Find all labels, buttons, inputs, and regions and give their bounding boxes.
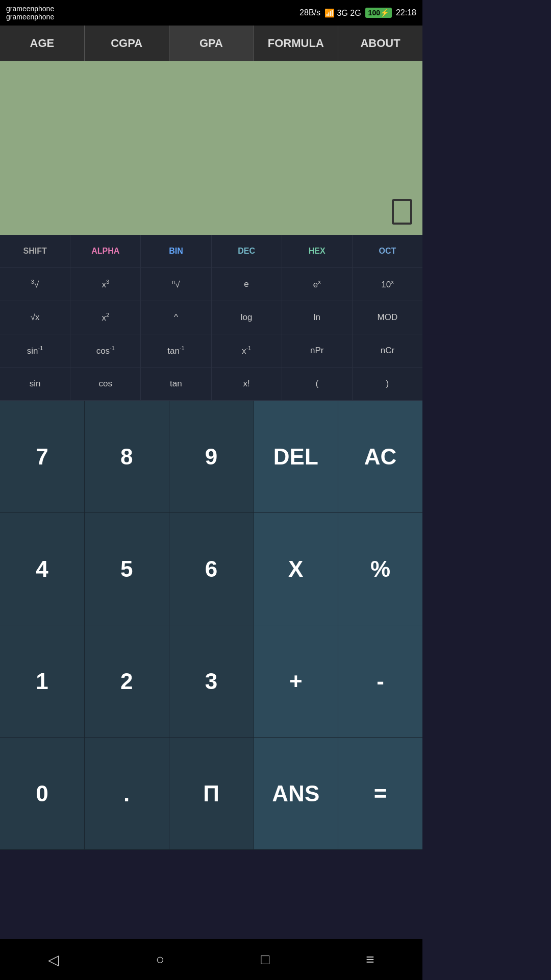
sin-button[interactable]: sin: [0, 368, 70, 400]
log-button[interactable]: log: [212, 301, 282, 334]
speed: 28B/s: [299, 8, 320, 17]
bottom-nav: ◁ ○ □ ≡: [0, 939, 422, 980]
x-inverse-button[interactable]: x-1: [212, 334, 282, 367]
sqrt-button[interactable]: √x: [0, 301, 70, 334]
signal-icons: 📶 3G 2G: [324, 8, 361, 18]
display-area: [0, 61, 422, 235]
tab-formula[interactable]: FORMULA: [254, 26, 338, 61]
power-button[interactable]: ^: [141, 301, 211, 334]
x-cubed-button[interactable]: x3: [70, 268, 141, 301]
hex-button[interactable]: HEX: [282, 235, 353, 267]
btn-percent[interactable]: %: [338, 513, 422, 625]
nth-root-button[interactable]: n√: [141, 268, 211, 301]
sci-row-3: √x x2 ^ log ln MOD: [0, 301, 422, 334]
btn-5[interactable]: 5: [85, 513, 169, 625]
npr-button[interactable]: nPr: [282, 334, 353, 367]
display-cursor: [392, 199, 412, 225]
alpha-button[interactable]: ALPHA: [70, 235, 141, 267]
arccos-button[interactable]: cos-1: [70, 334, 141, 367]
factorial-button[interactable]: x!: [212, 368, 282, 400]
recent-button[interactable]: □: [261, 951, 269, 968]
arcsin-button[interactable]: sin-1: [0, 334, 70, 367]
mod-button[interactable]: MOD: [353, 301, 422, 334]
sci-row-1: SHIFT ALPHA BIN DEC HEX OCT: [0, 235, 422, 268]
btn-equals[interactable]: =: [338, 738, 422, 849]
calc-keypad: 7 8 9 DEL AC 4 5 6 X %: [0, 401, 422, 850]
btn-multiply[interactable]: X: [254, 513, 338, 625]
cos-button[interactable]: cos: [70, 368, 141, 400]
btn-3[interactable]: 3: [169, 625, 254, 737]
arctan-button[interactable]: tan-1: [141, 334, 211, 367]
sci-section: SHIFT ALPHA BIN DEC HEX OCT 3√ x3 n√ e: [0, 235, 422, 401]
btn-ac[interactable]: AC: [338, 401, 422, 512]
btn-4[interactable]: 4: [0, 513, 85, 625]
btn-7[interactable]: 7: [0, 401, 85, 512]
calc-row-2: 4 5 6 X %: [0, 513, 422, 625]
btn-dot[interactable]: .: [85, 738, 169, 849]
sci-row-4: sin-1 cos-1 tan-1 x-1 nPr nCr: [0, 334, 422, 368]
carrier-info: grameenphone grameenphone: [6, 5, 54, 21]
calc-row-4: 0 . П ANS =: [0, 738, 422, 850]
close-paren-button[interactable]: ): [353, 368, 422, 400]
btn-8[interactable]: 8: [85, 401, 169, 512]
status-bar: grameenphone grameenphone 28B/s 📶 3G 2G …: [0, 0, 422, 26]
top-nav: AGE CGPA GPA FORMULA ABOUT: [0, 26, 422, 61]
e-pow-x-button[interactable]: ex: [282, 268, 353, 301]
carrier2: grameenphone: [6, 13, 54, 21]
e-button[interactable]: e: [212, 268, 282, 301]
time: 22:18: [396, 8, 416, 17]
menu-button[interactable]: ≡: [366, 951, 374, 968]
ten-pow-x-button[interactable]: 10x: [353, 268, 422, 301]
btn-pi[interactable]: П: [169, 738, 254, 849]
oct-button[interactable]: OCT: [353, 235, 422, 267]
tan-button[interactable]: tan: [141, 368, 211, 400]
btn-6[interactable]: 6: [169, 513, 254, 625]
home-button[interactable]: ○: [156, 951, 164, 968]
status-right: 28B/s 📶 3G 2G 100⚡ 22:18: [299, 8, 416, 18]
tab-about[interactable]: ABOUT: [338, 26, 422, 61]
x-squared-button[interactable]: x2: [70, 301, 141, 334]
back-button[interactable]: ◁: [48, 951, 59, 968]
shift-button[interactable]: SHIFT: [0, 235, 70, 267]
btn-2[interactable]: 2: [85, 625, 169, 737]
ln-button[interactable]: ln: [282, 301, 353, 334]
btn-1[interactable]: 1: [0, 625, 85, 737]
btn-subtract[interactable]: -: [338, 625, 422, 737]
btn-add[interactable]: +: [254, 625, 338, 737]
battery: 100⚡: [365, 8, 392, 18]
btn-0[interactable]: 0: [0, 738, 85, 849]
calc-row-3: 1 2 3 + -: [0, 625, 422, 738]
tab-age[interactable]: AGE: [0, 26, 85, 61]
sci-row-2: 3√ x3 n√ e ex 10x: [0, 268, 422, 301]
cube-root-button[interactable]: 3√: [0, 268, 70, 301]
calc-row-1: 7 8 9 DEL AC: [0, 401, 422, 513]
btn-del[interactable]: DEL: [254, 401, 338, 512]
dec-button[interactable]: DEC: [212, 235, 282, 267]
tab-cgpa[interactable]: CGPA: [85, 26, 169, 61]
tab-gpa[interactable]: GPA: [169, 26, 254, 61]
open-paren-button[interactable]: (: [282, 368, 353, 400]
carrier1: grameenphone: [6, 5, 54, 13]
btn-ans[interactable]: ANS: [254, 738, 338, 849]
sci-row-5: sin cos tan x! ( ): [0, 368, 422, 401]
bin-button[interactable]: BIN: [141, 235, 211, 267]
btn-9[interactable]: 9: [169, 401, 254, 512]
ncr-button[interactable]: nCr: [353, 334, 422, 367]
